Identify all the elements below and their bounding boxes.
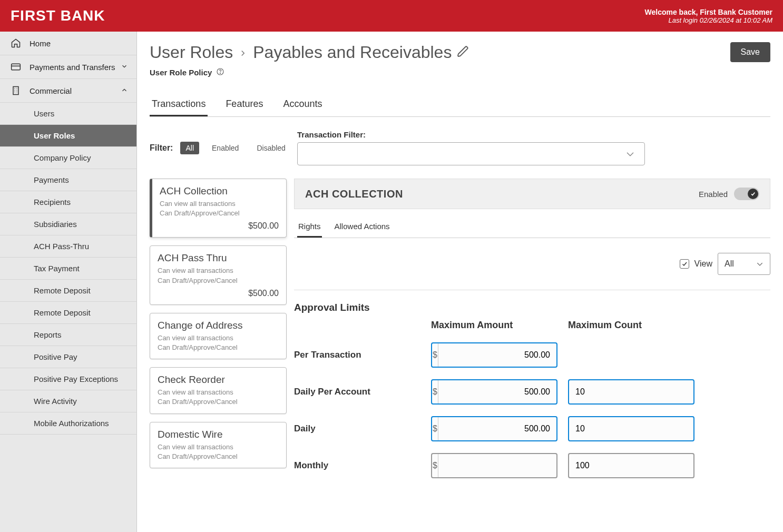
tx-meta: Can view all transactions (160, 199, 279, 209)
daily-acct-count-input[interactable] (568, 379, 694, 405)
tx-meta: Can view all transactions (158, 388, 279, 397)
currency-symbol: $ (432, 380, 438, 403)
filter-enabled[interactable]: Enabled (207, 142, 244, 154)
edit-icon[interactable] (457, 43, 469, 62)
filter-all[interactable]: All (180, 142, 199, 154)
monthly-count-input[interactable] (568, 453, 694, 478)
per-tx-amount-input[interactable] (438, 343, 556, 367)
nav-subsidiaries[interactable]: Subsidiaries (0, 213, 136, 235)
tx-card-check-reorder[interactable]: Check Reorder Can view all transactions … (150, 367, 287, 413)
tx-meta: Can Draft/Approve/Cancel (158, 343, 279, 352)
chevron-up-icon (121, 86, 128, 95)
nav-ach-pass-thru[interactable]: ACH Pass-Thru (0, 235, 136, 258)
tx-amount: $500.00 (160, 221, 279, 231)
detail-subtabs: Rights Allowed Actions (294, 216, 770, 238)
per-tx-amount[interactable]: $ (431, 342, 557, 368)
nav-label: Home (30, 39, 51, 48)
tx-meta: Can Draft/Approve/Cancel (158, 452, 279, 461)
tab-transactions[interactable]: Transactions (150, 93, 208, 116)
tab-accounts[interactable]: Accounts (281, 93, 324, 116)
nav-positive-pay[interactable]: Positive Pay (0, 346, 136, 368)
nav-positive-pay-exceptions[interactable]: Positive Pay Exceptions (0, 368, 136, 390)
breadcrumb-root[interactable]: User Roles (150, 43, 233, 62)
enabled-toggle[interactable] (734, 188, 759, 200)
tx-title: ACH Pass Thru (158, 252, 279, 264)
nav-reports[interactable]: Reports (0, 324, 136, 346)
nav-remote-deposit-1[interactable]: Remote Deposit (0, 280, 136, 302)
nav-remote-deposit-2[interactable]: Remote Deposit (0, 302, 136, 324)
tx-meta: Can view all transactions (158, 266, 279, 275)
tx-card-ach-collection[interactable]: ACH Collection Can view all transactions… (150, 179, 287, 238)
view-select-value: All (725, 259, 734, 269)
nav-payments[interactable]: Payments (0, 169, 136, 191)
row-daily-label: Daily (294, 423, 431, 434)
row-monthly-label: Monthly (294, 460, 431, 471)
nav-user-roles[interactable]: User Roles (0, 125, 136, 147)
monthly-amount-input[interactable] (438, 454, 556, 477)
building-icon (8, 85, 23, 96)
welcome-block: Welcome back, First Bank Customer Last l… (645, 8, 772, 24)
last-login-text: Last login 02/26/2024 at 10:02 AM (645, 16, 772, 24)
svg-rect-0 (12, 64, 21, 70)
tx-filter-select[interactable] (297, 142, 645, 165)
subtab-rights[interactable]: Rights (297, 216, 322, 238)
nav-tax-payment[interactable]: Tax Payment (0, 258, 136, 280)
nav-label: Commercial (30, 86, 72, 95)
nav-mobile-authorizations[interactable]: Mobile Authorizations (0, 412, 136, 435)
tx-title: ACH Collection (160, 185, 279, 197)
welcome-text: Welcome back, First Bank Customer (645, 8, 772, 16)
nav-payments-transfers[interactable]: Payments and Transfers (0, 55, 136, 79)
tx-title: Change of Address (158, 320, 279, 331)
row-daily-acct-label: Daily Per Account (294, 387, 431, 397)
filter-label: Filter: (150, 143, 173, 153)
tx-card-change-address[interactable]: Change of Address Can view all transacti… (150, 313, 287, 359)
tabs: Transactions Features Accounts (150, 93, 770, 117)
nav-commercial[interactable]: Commercial (0, 79, 136, 103)
transaction-list: ACH Collection Can view all transactions… (150, 179, 287, 478)
currency-symbol: $ (432, 454, 438, 477)
tx-title: Domestic Wire (158, 429, 279, 440)
nav-wire-activity[interactable]: Wire Activity (0, 390, 136, 412)
tx-amount: $500.00 (158, 289, 279, 298)
monthly-amount[interactable]: $ (431, 453, 557, 478)
subtab-allowed-actions[interactable]: Allowed Actions (334, 216, 391, 238)
tx-card-ach-pass-thru[interactable]: ACH Pass Thru Can view all transactions … (150, 245, 287, 304)
detail-title: ACH COLLECTION (305, 188, 403, 200)
chevron-down-icon (121, 63, 128, 72)
nav-company-policy[interactable]: Company Policy (0, 147, 136, 169)
row-per-tx-label: Per Transaction (294, 350, 431, 360)
svg-rect-2 (13, 87, 18, 95)
nav-label: Payments and Transfers (30, 63, 115, 72)
detail-panel: ACH COLLECTION Enabled Rights Allowed Ac… (294, 179, 770, 478)
daily-acct-amount[interactable]: $ (431, 379, 557, 405)
approval-limits-title: Approval Limits (294, 302, 770, 313)
daily-count-input[interactable] (568, 416, 694, 441)
card-icon (8, 62, 23, 72)
view-checkbox[interactable] (680, 259, 689, 269)
view-label: View (694, 259, 712, 269)
tx-meta: Can Draft/Approve/Cancel (160, 209, 279, 218)
home-icon (8, 38, 23, 48)
app-header: FIRST BANK Welcome back, First Bank Cust… (0, 0, 783, 32)
daily-amount-input[interactable] (438, 417, 556, 440)
daily-acct-amount-input[interactable] (438, 380, 556, 403)
tab-features[interactable]: Features (223, 93, 265, 116)
nav-home[interactable]: Home (0, 32, 136, 55)
tx-meta: Can view all transactions (158, 442, 279, 452)
view-select[interactable]: All (718, 253, 770, 275)
svg-point-10 (220, 73, 221, 73)
toggle-knob (748, 189, 758, 199)
subhead-text: User Role Policy (150, 68, 212, 77)
help-icon[interactable] (216, 67, 224, 77)
tx-meta: Can Draft/Approve/Cancel (158, 397, 279, 407)
filter-disabled[interactable]: Disabled (251, 142, 290, 154)
col-max-amount: Maximum Amount (431, 320, 568, 331)
daily-amount[interactable]: $ (431, 416, 557, 441)
tx-card-domestic-wire[interactable]: Domestic Wire Can view all transactions … (150, 422, 287, 468)
currency-symbol: $ (432, 417, 438, 440)
save-button[interactable]: Save (730, 42, 770, 62)
col-max-count: Maximum Count (568, 320, 705, 331)
currency-symbol: $ (432, 343, 438, 367)
nav-recipients[interactable]: Recipients (0, 191, 136, 213)
nav-users[interactable]: Users (0, 103, 136, 125)
